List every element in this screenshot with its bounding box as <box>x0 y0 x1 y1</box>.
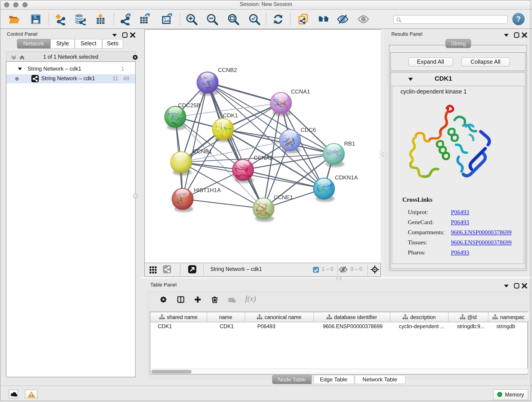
svg-text:CCNA2: CCNA2 <box>254 154 273 161</box>
svg-text:CCNA1: CCNA1 <box>291 88 310 95</box>
svg-text:CDKN1A: CDKN1A <box>335 174 358 180</box>
svg-text:HIST1H1A: HIST1H1A <box>194 187 221 193</box>
svg-text:CCNB1: CCNB1 <box>193 148 212 154</box>
svg-text:CCNB2: CCNB2 <box>218 67 237 73</box>
svg-text:CDC25B: CDC25B <box>178 102 200 108</box>
svg-text:RB1: RB1 <box>344 140 355 147</box>
svg-text:CDC6: CDC6 <box>301 127 316 133</box>
svg-text:CDK1: CDK1 <box>223 112 238 118</box>
svg-text:CCNE1: CCNE1 <box>274 194 293 200</box>
